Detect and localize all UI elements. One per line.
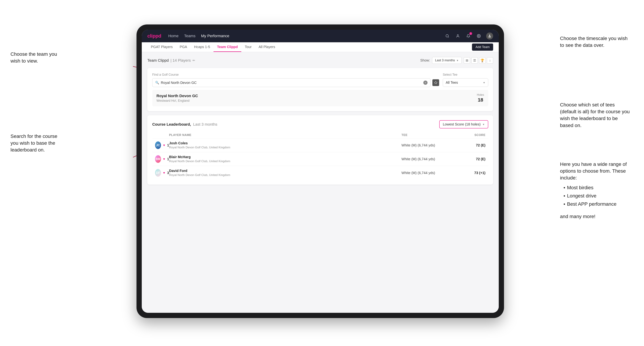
option-item: Longest drive — [564, 192, 630, 199]
player-club: Royal North Devon Golf Club, United King… — [169, 173, 402, 177]
leaderboard-card: Course Leaderboard, Last 3 months Lowest… — [147, 115, 493, 184]
player-info: Blair McHarg Royal North Devon Golf Club… — [169, 155, 402, 163]
score-value: 72 (E) — [454, 143, 486, 147]
settings-icon[interactable] — [476, 33, 482, 39]
score-type-dropdown[interactable]: Lowest Score (18 holes) ▼ — [439, 120, 488, 128]
player-rank: BM ♥ 1 — [155, 155, 169, 163]
nav-home[interactable]: Home — [168, 34, 178, 38]
tee-info: White (M) (6,744 yds) — [402, 157, 454, 161]
favorite-button[interactable] — [432, 79, 439, 86]
options-annotation: Here you have a wide range of options to… — [560, 161, 630, 220]
subnav-team-clippd[interactable]: Team Clippd — [214, 42, 241, 52]
player-avatar: DF — [155, 169, 161, 177]
course-result: Royal North Devon GC Westward Ho!, Engla… — [152, 90, 488, 106]
table-row: JC ♥ 1 Josh Coles Royal North Devon Golf… — [152, 138, 488, 152]
col-rank — [155, 133, 169, 137]
notification-badge: 1 — [469, 32, 472, 35]
tee-info: White (M) (6,744 yds) — [402, 171, 454, 175]
view-icons: ⊞ ☰ 🏆 ↓ — [464, 57, 493, 64]
list-view-button[interactable]: ☰ — [472, 57, 478, 64]
person-icon[interactable] — [455, 33, 461, 39]
and-more: and many more! — [560, 213, 630, 220]
tablet-device: clippd Home Teams My Performance — [136, 24, 504, 318]
tablet-screen: clippd Home Teams My Performance — [142, 30, 499, 313]
option-item: Best APP performance — [564, 201, 630, 207]
show-label: Show: — [420, 58, 430, 62]
tee-select-group: Select Tee All Tees ▼ — [443, 73, 488, 87]
chevron-down-icon: ▼ — [456, 59, 459, 62]
nav-right: 1 — [444, 32, 493, 39]
player-club: Royal North Devon Golf Club, United King… — [169, 146, 402, 149]
user-avatar[interactable] — [486, 32, 493, 39]
svg-marker-10 — [434, 81, 437, 84]
leaderboard-title: Course Leaderboard, Last 3 months — [152, 122, 217, 127]
col-player-name: PLAYER NAME — [169, 133, 402, 137]
select-tee-label: Select Tee — [443, 73, 488, 77]
col-score: SCORE — [454, 133, 486, 137]
heart-icon: ♥ — [163, 171, 165, 175]
team-name: Team Clippd — [147, 58, 169, 63]
col-tee: TEE — [402, 133, 454, 137]
player-rank: DF ♥ 3 — [155, 169, 169, 177]
clear-search-button[interactable]: × — [423, 81, 428, 85]
player-avatar: BM — [155, 155, 161, 163]
holes-label: Holes — [477, 93, 484, 96]
score-type-value: Lowest Score (18 holes) — [443, 122, 480, 126]
course-name: Royal North Devon GC — [156, 94, 198, 98]
tee-info: White (M) (6,744 yds) — [402, 143, 454, 147]
subnav-pga[interactable]: PGA — [176, 42, 190, 52]
player-club: Royal North Devon Golf Club, United King… — [169, 160, 402, 163]
nav-teams[interactable]: Teams — [184, 34, 196, 38]
timescale-dropdown[interactable]: Last 3 months ▼ — [432, 57, 462, 64]
player-info: David Ford Royal North Devon Golf Club, … — [169, 169, 402, 177]
subnav-tour[interactable]: Tour — [241, 42, 255, 52]
table-row: BM ♥ 1 Blair McHarg Royal North Devon Go… — [152, 152, 488, 166]
search-row: Find a Golf Course 🔍 Royal North Devon G… — [152, 73, 488, 87]
rank-number: 1 — [167, 143, 169, 147]
edit-icon[interactable]: ✏ — [192, 58, 195, 62]
team-title: Team Clippd | 14 Players ✏ — [147, 58, 195, 63]
subnav-pgat[interactable]: PGAT Players — [147, 42, 176, 52]
add-team-button[interactable]: Add Team — [472, 43, 493, 51]
svg-point-7 — [457, 35, 458, 36]
player-name: David Ford — [169, 169, 402, 173]
sub-nav: PGAT Players PGA Hcaps 1-5 Team Clippd T… — [142, 42, 499, 52]
download-icon[interactable]: ↓ — [487, 57, 493, 64]
bell-icon[interactable]: 1 — [465, 33, 472, 39]
main-content: Team Clippd | 14 Players ✏ Show: Last 3 … — [142, 52, 499, 313]
timescale-annotation: Choose the timescale you wish to see the… — [560, 35, 630, 49]
svg-point-6 — [446, 35, 448, 37]
search-icon[interactable] — [444, 33, 450, 39]
player-name: Josh Coles — [169, 141, 402, 145]
search-icon: 🔍 — [155, 81, 159, 85]
player-info: Josh Coles Royal North Devon Golf Club, … — [169, 141, 402, 149]
team-header: Team Clippd | 14 Players ✏ Show: Last 3 … — [147, 57, 493, 64]
course-info: Royal North Devon GC Westward Ho!, Engla… — [156, 94, 198, 103]
table-header: PLAYER NAME TEE SCORE — [152, 132, 488, 138]
nav-my-performance[interactable]: My Performance — [201, 34, 229, 38]
holes-box: Holes 18 — [477, 93, 484, 103]
score-value: 73 (+1) — [454, 171, 486, 175]
course-search-card: Find a Golf Course 🔍 Royal North Devon G… — [147, 68, 493, 111]
tee-dropdown[interactable]: All Tees ▼ — [443, 78, 488, 87]
trophy-icon[interactable]: 🏆 — [479, 57, 486, 64]
player-name: Blair McHarg — [169, 155, 402, 159]
rank-number: 1 — [167, 157, 169, 161]
course-search-field[interactable]: 🔍 Royal North Devon GC × — [152, 78, 430, 87]
leaderboard-table: PLAYER NAME TEE SCORE JC ♥ 1 — [152, 132, 488, 180]
table-row: DF ♥ 3 David Ford Royal North Devon Golf… — [152, 166, 488, 180]
find-course-group: Find a Golf Course 🔍 Royal North Devon G… — [152, 73, 439, 87]
svg-point-8 — [478, 35, 479, 36]
team-annotation: Choose the team you wish to view. — [10, 51, 66, 64]
nav-links: Home Teams My Performance — [168, 34, 229, 38]
svg-point-9 — [489, 35, 490, 36]
score-chevron-icon: ▼ — [482, 123, 485, 126]
heart-icon: ♥ — [163, 157, 165, 161]
subnav-hcaps[interactable]: Hcaps 1-5 — [190, 42, 214, 52]
rank-number: 3 — [167, 171, 169, 175]
player-rank: JC ♥ 1 — [155, 141, 169, 149]
subnav-all-players[interactable]: All Players — [255, 42, 278, 52]
tee-value: All Tees — [446, 81, 458, 85]
app-logo: clippd — [147, 33, 161, 39]
grid-view-button[interactable]: ⊞ — [464, 57, 470, 64]
